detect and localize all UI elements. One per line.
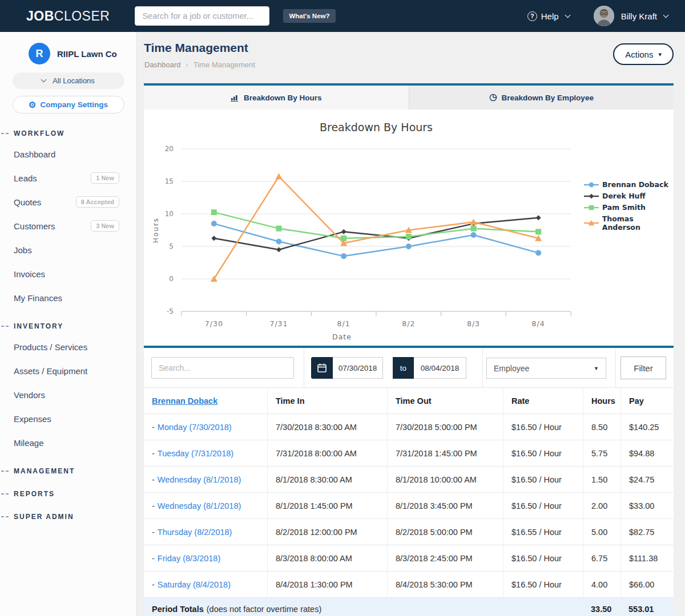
day-cell: -Wednesday (8/1/2018): [144, 493, 267, 518]
sidebar-item-vendors[interactable]: Vendors: [0, 383, 136, 407]
table-row: -Wednesday (8/1/2018)8/1/2018 1:45:00 PM…: [144, 493, 674, 519]
sidebar-section-label: MANAGEMENT: [14, 467, 75, 475]
table-search-input[interactable]: [151, 357, 294, 379]
cell-hours: 1.50: [583, 467, 620, 492]
table-row: -Saturday (8/4/2018)8/4/2018 1:30:00 PM8…: [144, 572, 674, 598]
sidebar-nav: WORKFLOWDashboardLeads1 NewQuotes8 Accep…: [0, 127, 136, 523]
company-settings-button[interactable]: ⚙ Company Settings: [13, 96, 124, 114]
day-link[interactable]: Tuesday (7/31/2018): [158, 449, 233, 458]
legend-item-thomas-anderson[interactable]: Thomas Anderson: [584, 214, 674, 232]
filter-divider: [482, 348, 483, 387]
sidebar-item-badge: 1 New: [91, 172, 119, 184]
sidebar-item-customers[interactable]: Customers3 New: [0, 214, 136, 238]
section-dash-icon: [1, 516, 9, 517]
sidebar-item-expenses[interactable]: Expenses: [0, 407, 136, 431]
day-link[interactable]: Thursday (8/2/2018): [158, 528, 232, 537]
sidebar-item-leads[interactable]: Leads1 New: [0, 166, 136, 190]
svg-text:0: 0: [169, 275, 174, 283]
whats-new-button[interactable]: What's New?: [283, 9, 335, 23]
day-cell: -Friday (8/3/2018): [144, 545, 267, 571]
help-label: Help: [541, 11, 559, 21]
day-link[interactable]: Wednesday (8/1/2018): [158, 475, 241, 484]
tab-label: Breakdown By Hours: [244, 94, 322, 102]
sidebar-section-header-reports[interactable]: REPORTS: [0, 488, 136, 500]
tab-breakdown-by-employee[interactable]: Breakdown By Employee: [409, 86, 674, 110]
day-cell: -Thursday (8/2/2018): [144, 519, 267, 545]
actions-button[interactable]: Actions ▾: [613, 43, 674, 65]
company-name: RIIPL Lawn Co: [57, 49, 117, 59]
legend-label: Brennan Doback: [602, 180, 668, 189]
sidebar-item-label: Jobs: [14, 245, 32, 255]
svg-text:7/31: 7/31: [269, 319, 288, 328]
row-dash: -: [152, 528, 155, 537]
svg-text:20: 20: [165, 145, 174, 153]
svg-text:8/2: 8/2: [402, 319, 415, 328]
day-link[interactable]: Wednesday (8/1/2018): [158, 501, 241, 510]
cell-rate: $16.55 / Hour: [503, 519, 583, 545]
table-footer-row: Period Totals (does not factor overtime …: [144, 598, 674, 616]
date-range-to-label: to: [393, 357, 414, 379]
sidebar-section-label: SUPER ADMIN: [14, 513, 74, 521]
sidebar-item-quotes[interactable]: Quotes8 Accepted: [0, 190, 136, 214]
user-avatar[interactable]: [594, 6, 614, 26]
sidebar-section-label: INVENTORY: [14, 322, 63, 330]
sidebar-item-products-services[interactable]: Products / Services: [0, 335, 136, 359]
cell-pay: $111.38: [620, 545, 674, 571]
cell-time-out: 8/3/2018 2:45:00 PM: [387, 545, 503, 571]
employee-name-link[interactable]: Brennan Doback: [152, 396, 217, 406]
sidebar-item-mileage[interactable]: Mileage: [0, 431, 136, 455]
date-range-picker: to: [311, 357, 466, 379]
all-locations-dropdown[interactable]: All Locations: [13, 72, 124, 89]
sidebar-section-header-inventory[interactable]: INVENTORY: [0, 320, 136, 333]
main-content: Time Management Dashboard › Time Managem…: [137, 32, 685, 616]
cell-time-out: 8/1/2018 3:45:00 PM: [387, 493, 503, 518]
cell-time-out: 8/2/2018 5:00:00 PM: [387, 519, 503, 545]
row-dash: -: [152, 449, 155, 458]
calendar-icon: [317, 363, 327, 373]
chevron-down-icon: [663, 12, 669, 18]
sidebar-item-jobs[interactable]: Jobs: [0, 238, 136, 262]
help-icon: ?: [527, 11, 537, 21]
circle-marker-icon: [584, 181, 599, 188]
day-link[interactable]: Friday (8/3/2018): [158, 554, 220, 563]
user-name[interactable]: Billy Kraft: [621, 11, 657, 21]
legend-item-derek-huff[interactable]: Derek Huff: [584, 192, 674, 200]
sidebar-item-badge: 3 New: [91, 220, 119, 232]
tab-label: Breakdown By Employee: [502, 94, 594, 102]
global-search-input[interactable]: [135, 6, 269, 26]
cell-hours: 8.50: [583, 414, 620, 440]
help-menu[interactable]: ? Help: [527, 11, 570, 21]
sidebar-item-label: Quotes: [14, 197, 41, 207]
cell-hours: 5.00: [583, 519, 620, 545]
sidebar-section-header-management[interactable]: MANAGEMENT: [0, 465, 136, 477]
section-dash-icon: [1, 326, 9, 327]
section-dash-icon: [1, 471, 9, 472]
filter-button[interactable]: Filter: [620, 356, 666, 379]
cell-time-out: 8/1/2018 10:00:00 AM: [387, 467, 503, 492]
time-table: Brennan Doback Time In Time Out Rate Hou…: [144, 388, 674, 616]
date-to-input[interactable]: [414, 357, 466, 379]
triangle-marker-icon: [584, 220, 599, 226]
employee-select[interactable]: Employee ▼: [486, 358, 606, 379]
date-from-input[interactable]: [333, 357, 383, 379]
legend-item-pam-smith[interactable]: Pam Smith: [584, 203, 674, 212]
cell-rate: $16.50 / Hour: [503, 467, 583, 492]
sidebar-item-assets-equipment[interactable]: Assets / Equipment: [0, 359, 136, 383]
tab-breakdown-by-hours[interactable]: Breakdown By Hours: [144, 86, 409, 110]
legend-item-brennan-doback[interactable]: Brennan Doback: [584, 180, 674, 189]
breadcrumb-dashboard[interactable]: Dashboard: [144, 60, 181, 69]
day-cell: -Tuesday (7/31/2018): [144, 440, 267, 466]
day-cell: -Wednesday (8/1/2018): [144, 467, 267, 492]
sidebar-section-header-super-admin[interactable]: SUPER ADMIN: [0, 510, 136, 523]
cell-time-in: 8/3/2018 8:00:00 AM: [267, 545, 387, 571]
app-logo[interactable]: JOBCLOSER: [26, 9, 110, 24]
gear-icon: ⚙: [29, 100, 36, 109]
sidebar-item-my-finances[interactable]: My Finances: [0, 286, 136, 310]
sidebar-item-invoices[interactable]: Invoices: [0, 262, 136, 286]
day-link[interactable]: Saturday (8/4/2018): [158, 580, 231, 589]
day-link[interactable]: Monday (7/30/2018): [158, 423, 232, 432]
sidebar-item-dashboard[interactable]: Dashboard: [0, 142, 136, 166]
calendar-icon-button[interactable]: [311, 357, 333, 379]
chevron-down-icon: [565, 12, 570, 18]
sidebar-section-header-workflow[interactable]: WORKFLOW: [0, 127, 136, 140]
